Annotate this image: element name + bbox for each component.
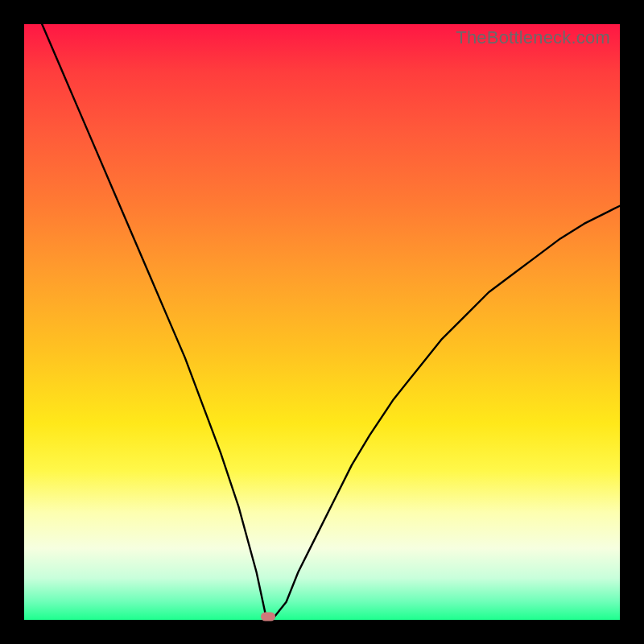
chart-frame: TheBottleneck.com — [0, 0, 644, 644]
minimum-marker — [261, 613, 275, 621]
bottleneck-curve — [24, 24, 620, 620]
plot-area: TheBottleneck.com — [24, 24, 620, 620]
